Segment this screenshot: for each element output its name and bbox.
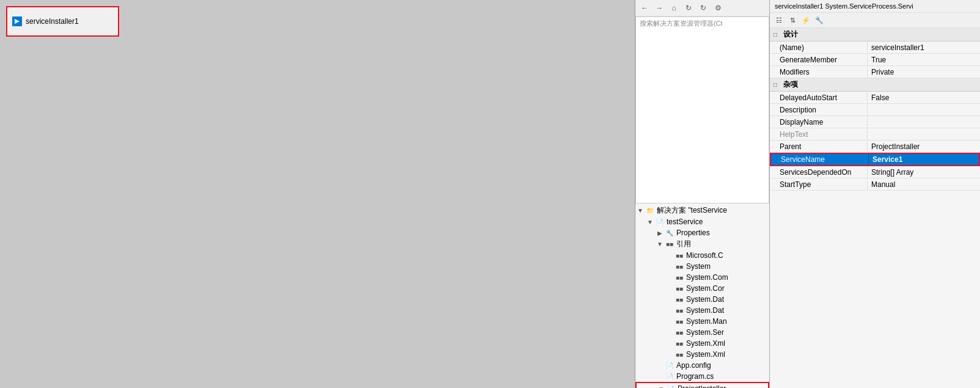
prop-name-displayname: DisplayName bbox=[770, 117, 868, 128]
section-header-misc: □ 杂项 bbox=[770, 78, 980, 92]
component-icon bbox=[12, 16, 22, 26]
props-table: □ 设计 (Name) serviceInstaller1 GenerateMe… bbox=[770, 28, 980, 388]
icon-ref: ■■ bbox=[675, 251, 684, 260]
props-row-modifiers[interactable]: Modifiers Private bbox=[770, 66, 980, 78]
exp bbox=[655, 372, 665, 381]
tree-item-ref-microsoft[interactable]: ■■ Microsoft.C bbox=[635, 250, 769, 261]
props-toolbar: ☷ ⇅ ⚡ 🔧 bbox=[770, 13, 980, 28]
prop-value-modifiers: Private bbox=[868, 67, 980, 78]
props-row-servicename[interactable]: ServiceName Service1 bbox=[770, 153, 980, 166]
filter-btn[interactable]: ⚡ bbox=[800, 14, 812, 26]
properties-panel: serviceInstaller1 System.ServiceProcess.… bbox=[770, 0, 980, 388]
label-appconfig: App.config bbox=[676, 361, 711, 370]
tree-item-ref-systemcor[interactable]: ■■ System.Cor bbox=[635, 283, 769, 294]
label-programcs: Program.cs bbox=[676, 372, 714, 381]
prop-name-parent: Parent bbox=[770, 141, 868, 152]
prop-value-helptext bbox=[868, 133, 980, 136]
label-ref: System.Com bbox=[686, 273, 728, 282]
tree-item-programcs[interactable]: 📄 Program.cs bbox=[635, 371, 769, 382]
label-refs: 引用 bbox=[676, 239, 691, 249]
tree-item-ref-systemxml1[interactable]: ■■ System.Xml bbox=[635, 338, 769, 349]
exp bbox=[665, 295, 675, 304]
section-label-misc: 杂项 bbox=[783, 79, 798, 90]
props-row-starttype[interactable]: StartType Manual bbox=[770, 178, 980, 191]
section-expand-design[interactable]: □ bbox=[773, 31, 781, 38]
expander-solution[interactable]: ▼ bbox=[635, 206, 645, 216]
tree-item-appconfig[interactable]: 📄 App.config bbox=[635, 360, 769, 371]
solution-tree: ▼ 📁 解决方案 "testService ▼ 📄 testService ▶ … bbox=[635, 203, 769, 388]
tree-item-ref-systemdat1[interactable]: ■■ System.Dat bbox=[635, 294, 769, 305]
solution-explorer-panel: ← → ⌂ ↻ ↻ ⚙ 搜索解决方案资源管理器(Ct ▼ 📁 解决方案 "tes… bbox=[635, 0, 770, 388]
tree-item-ref-system[interactable]: ■■ System bbox=[635, 261, 769, 272]
component-label: serviceInstaller1 bbox=[26, 17, 79, 26]
section-header-design: □ 设计 bbox=[770, 28, 980, 42]
prop-value-delayed: False bbox=[868, 92, 980, 103]
solution-explorer-toolbar: ← → ⌂ ↻ ↻ ⚙ bbox=[635, 0, 769, 16]
icon-ref: ■■ bbox=[675, 339, 684, 348]
prop-name-delayed: DelayedAutoStart bbox=[770, 92, 868, 103]
icon-ref: ■■ bbox=[675, 273, 684, 282]
prop-value-generatemember: True bbox=[868, 54, 980, 65]
icon-ref: ■■ bbox=[675, 328, 684, 337]
icon-solution: 📁 bbox=[645, 206, 655, 216]
sort-btn[interactable]: ⇅ bbox=[786, 14, 799, 26]
tree-item-ref-systemdat2[interactable]: ■■ System.Dat bbox=[635, 305, 769, 316]
props-row-displayname[interactable]: DisplayName bbox=[770, 116, 980, 128]
tree-item-ref-systemcom1[interactable]: ■■ System.Com bbox=[635, 272, 769, 283]
icon-refs: ■■ bbox=[665, 240, 675, 249]
settings-btn[interactable]: ⚙ bbox=[712, 2, 724, 14]
icon-appconfig: 📄 bbox=[665, 361, 675, 370]
prop-name-helptext: HelpText bbox=[770, 129, 868, 140]
props-header: serviceInstaller1 System.ServiceProcess.… bbox=[770, 0, 980, 13]
exp bbox=[665, 339, 675, 348]
icon-pi: 📄 bbox=[666, 384, 676, 388]
props-row-servicesdependedon[interactable]: ServicesDependedOn String[] Array bbox=[770, 166, 980, 178]
prop-value-servicename: Service1 bbox=[869, 154, 979, 165]
exp bbox=[665, 306, 675, 315]
exp bbox=[665, 284, 675, 293]
tree-item-refs[interactable]: ▼ ■■ 引用 bbox=[635, 238, 769, 250]
label-pi: ProjectInstaller bbox=[678, 384, 726, 388]
prop-value-servicesdependedon: String[] Array bbox=[868, 167, 980, 178]
service-installer-component[interactable]: serviceInstaller1 bbox=[6, 6, 119, 37]
props-row-generatemember[interactable]: GenerateMember True bbox=[770, 54, 980, 66]
props-row-description[interactable]: Description bbox=[770, 104, 980, 116]
tree-item-ref-systemser[interactable]: ■■ System.Ser bbox=[635, 327, 769, 338]
exp bbox=[665, 317, 675, 326]
expander-project[interactable]: ▼ bbox=[645, 217, 655, 227]
props-row-name[interactable]: (Name) serviceInstaller1 bbox=[770, 42, 980, 54]
label-solution: 解决方案 "testService bbox=[657, 205, 727, 216]
sync-btn[interactable]: ↻ bbox=[682, 2, 695, 14]
tree-item-projectinstaller[interactable]: ▼ 📄 ProjectInstaller bbox=[635, 382, 769, 388]
home-btn[interactable]: ⌂ bbox=[668, 2, 680, 14]
forward-btn[interactable]: → bbox=[653, 2, 665, 14]
wrench-btn[interactable]: 🔧 bbox=[813, 14, 825, 26]
grid-view-btn[interactable]: ☷ bbox=[773, 14, 785, 26]
tree-item-properties[interactable]: ▶ 🔧 Properties bbox=[635, 227, 769, 238]
section-label-design: 设计 bbox=[783, 29, 798, 40]
tree-item-ref-systemman[interactable]: ■■ System.Man bbox=[635, 316, 769, 327]
props-row-delayedautostart[interactable]: DelayedAutoStart False bbox=[770, 92, 980, 104]
back-btn[interactable]: ← bbox=[638, 2, 651, 14]
props-row-helptext[interactable]: HelpText bbox=[770, 128, 980, 141]
label-ref: System.Xml bbox=[686, 339, 725, 348]
expander-refs[interactable]: ▼ bbox=[655, 240, 665, 249]
tree-item-project[interactable]: ▼ 📄 testService bbox=[635, 216, 769, 227]
tree-item-ref-systemxml2[interactable]: ■■ System.Xml bbox=[635, 349, 769, 360]
label-ref: System.Man bbox=[686, 317, 727, 326]
section-expand-misc[interactable]: □ bbox=[773, 81, 781, 88]
prop-name-name: (Name) bbox=[770, 42, 868, 53]
label-ref: System.Cor bbox=[686, 284, 725, 293]
label-ref: System bbox=[686, 262, 711, 271]
expander-properties[interactable]: ▶ bbox=[655, 228, 665, 238]
expander-pi[interactable]: ▼ bbox=[656, 384, 666, 388]
icon-project: 📄 bbox=[655, 217, 665, 227]
tree-item-solution[interactable]: ▼ 📁 解决方案 "testService bbox=[635, 205, 769, 216]
solution-search-input[interactable]: 搜索解决方案资源管理器(Ct bbox=[635, 16, 769, 203]
props-row-parent[interactable]: Parent ProjectInstaller bbox=[770, 141, 980, 153]
label-ref: System.Xml bbox=[686, 350, 725, 359]
icon-ref: ■■ bbox=[675, 306, 684, 315]
prop-value-name: serviceInstaller1 bbox=[868, 42, 980, 53]
refresh-btn[interactable]: ↻ bbox=[697, 2, 709, 14]
icon-ref: ■■ bbox=[675, 350, 684, 359]
